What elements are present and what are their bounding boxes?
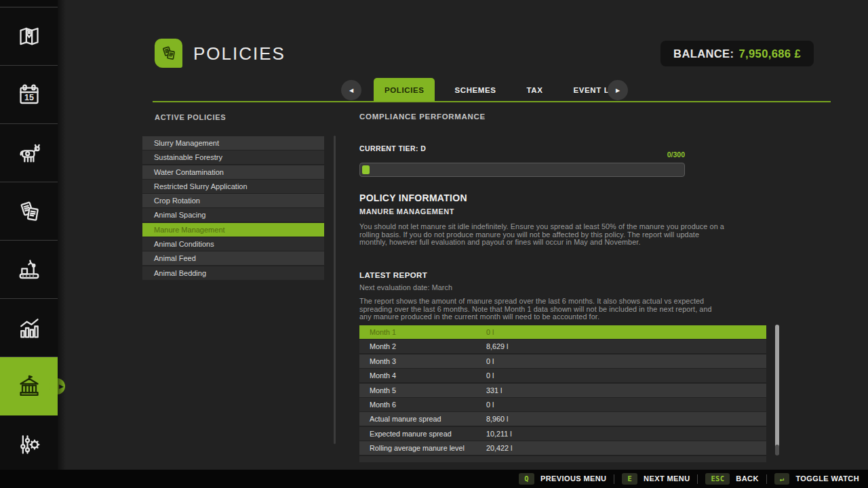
report-row-value: 0 l: [486, 401, 494, 409]
compliance-progress-bar: [359, 163, 685, 177]
balance-badge: BALANCE: 7,950,686 £: [660, 41, 814, 66]
policies-scrollbar[interactable]: [334, 136, 336, 444]
policies-screen: 15▶ POLICIES BALANCE: 7,950,686 £ ◀ POLI…: [0, 0, 868, 488]
page-title: POLICIES: [193, 43, 285, 64]
tab-bar: POLICIESSCHEMESTAXEVENT LOG: [374, 78, 642, 102]
hint-previous-menu: QPREVIOUS MENU: [519, 473, 606, 485]
report-row-label: Month 2: [359, 342, 486, 350]
sidebar-item-statistics[interactable]: [0, 299, 58, 357]
hint-next-menu: ENEXT MENU: [622, 473, 690, 485]
balance-label: BALANCE:: [673, 47, 734, 60]
sidebar-shadow: [58, 0, 66, 488]
policy-item-sustainable-forestry[interactable]: Sustainable Forestry: [142, 150, 324, 164]
production-line-icon: [16, 256, 43, 283]
report-row-label: Month 3: [359, 357, 486, 365]
policy-item-crop-rotation[interactable]: Crop Rotation: [142, 194, 324, 207]
active-policies-title: ACTIVE POLICIES: [155, 113, 226, 121]
tab-tax[interactable]: TAX: [516, 78, 554, 102]
sidebar-item-calendar[interactable]: 15: [0, 66, 58, 124]
hint-label: TOGGLE WATCH: [795, 474, 859, 483]
report-row-month-2[interactable]: Month 28,629 l: [359, 340, 766, 353]
tabs-prev-button[interactable]: ◀: [341, 80, 361, 100]
chevron-right-icon: ▶: [616, 87, 620, 94]
statistics-icon: [16, 314, 43, 342]
sidebar-item-map[interactable]: [0, 7, 58, 66]
report-row-month-6[interactable]: Month 60 l: [359, 398, 766, 411]
policy-item-animal-feed[interactable]: Animal Feed: [142, 251, 324, 265]
tab-underline: [153, 101, 831, 102]
policy-item-water-contamination[interactable]: Water Contamination: [142, 165, 324, 179]
report-row-value: 0 l: [486, 371, 494, 380]
report-row-actual-manure-spread[interactable]: Actual manure spread8,960 l: [359, 412, 766, 426]
active-policies-list: Slurry ManagementSustainable ForestryWat…: [142, 136, 324, 281]
report-row-expected-manure-spread[interactable]: Expected manure spread10,211 l: [359, 427, 766, 441]
report-row-label: Rolling average manure level: [359, 444, 486, 452]
map-icon: [16, 23, 43, 50]
bank-icon: [16, 373, 43, 400]
tuning-icon: [16, 431, 43, 458]
policy-item-animal-conditions[interactable]: Animal Conditions: [142, 237, 324, 251]
sidebar: 15▶: [0, 0, 58, 488]
active-item-pointer-icon: ▶: [59, 383, 64, 389]
report-row-value: 0 l: [486, 357, 494, 365]
report-row-label: Month 1: [359, 328, 486, 336]
sidebar-item-production[interactable]: [0, 241, 58, 299]
report-row-value: 331 l: [486, 386, 502, 394]
policy-item-slurry-management[interactable]: Slurry Management: [142, 136, 324, 150]
policy-info-title: POLICY INFORMATION: [359, 192, 467, 203]
compliance-progress-label: 0/300: [359, 150, 685, 159]
hint-label: NEXT MENU: [644, 474, 690, 483]
key-badge-back: ESC: [705, 473, 730, 485]
report-description: The report shows the amount of manure sp…: [359, 298, 724, 321]
key-badge-previous-menu: Q: [519, 473, 534, 485]
report-row-month-5[interactable]: Month 5331 l: [359, 384, 766, 397]
policy-item-restricted-slurry-application[interactable]: Restricted Slurry Application: [142, 180, 324, 193]
report-row-rolling-average-manure-level[interactable]: Rolling average manure level20,422 l: [359, 441, 766, 455]
sidebar-item-partial[interactable]: [0, 0, 58, 7]
report-row-value: 20,422 l: [486, 444, 512, 452]
compliance-title: COMPLIANCE PERFORMANCE: [359, 113, 486, 121]
report-row-month-4[interactable]: Month 40 l: [359, 369, 766, 382]
report-row-label: Month 4: [359, 371, 486, 380]
key-hints-bar: QPREVIOUS MENUENEXT MENUESCBACK↵TOGGLE W…: [0, 470, 868, 488]
report-row-month-3[interactable]: Month 30 l: [359, 354, 766, 368]
policy-item-animal-spacing[interactable]: Animal Spacing: [142, 208, 324, 222]
calendar-icon: 15: [16, 81, 43, 108]
documents-icon: [159, 44, 178, 62]
tabs-next-button[interactable]: ▶: [608, 80, 628, 100]
policy-item-manure-management[interactable]: Manure Management: [142, 223, 324, 237]
hint-divider: [697, 474, 698, 484]
report-row-value: 8,960 l: [486, 415, 508, 423]
tab-schemes[interactable]: SCHEMES: [443, 78, 507, 102]
report-table: Month 10 lMonth 28,629 lMonth 30 lMonth …: [359, 325, 766, 462]
svg-text:15: 15: [24, 93, 34, 102]
report-row-value: 0 l: [486, 328, 494, 336]
compliance-progress-fill: [362, 165, 370, 174]
hint-divider: [614, 474, 614, 484]
report-row-month-1[interactable]: Month 10 l: [359, 325, 766, 339]
hint-divider: [766, 474, 767, 484]
report-row-label: Expected manure spread: [359, 430, 486, 438]
next-evaluation-date: Next evaluation date: March: [359, 284, 452, 292]
report-row-clipped[interactable]: [359, 456, 766, 462]
hint-label: PREVIOUS MENU: [540, 474, 607, 483]
policies-page-icon: [155, 39, 182, 68]
latest-report-title: LATEST REPORT: [359, 271, 427, 279]
chevron-left-icon: ◀: [349, 87, 353, 94]
hint-back: ESCBACK: [705, 473, 758, 485]
sidebar-item-finances[interactable]: ▶: [0, 357, 58, 415]
report-row-label: Month 5: [359, 386, 486, 394]
sidebar-item-contracts[interactable]: [0, 182, 58, 241]
policy-info-description: You should not let manure sit idle indef…: [359, 223, 724, 247]
report-row-label: Actual manure spread: [359, 415, 486, 423]
sidebar-item-animals[interactable]: [0, 124, 58, 182]
sidebar-item-settings[interactable]: [0, 415, 58, 474]
hint-toggle-watch: ↵TOGGLE WATCH: [774, 473, 859, 485]
policy-item-animal-bedding[interactable]: Animal Bedding: [142, 266, 324, 280]
documents-icon: [16, 198, 43, 225]
key-badge-next-menu: E: [622, 473, 637, 485]
report-table-scrollbar[interactable]: [775, 325, 779, 455]
policy-info-subtitle: MANURE MANAGEMENT: [359, 207, 454, 216]
hint-label: BACK: [736, 474, 758, 483]
tab-policies[interactable]: POLICIES: [374, 78, 435, 102]
